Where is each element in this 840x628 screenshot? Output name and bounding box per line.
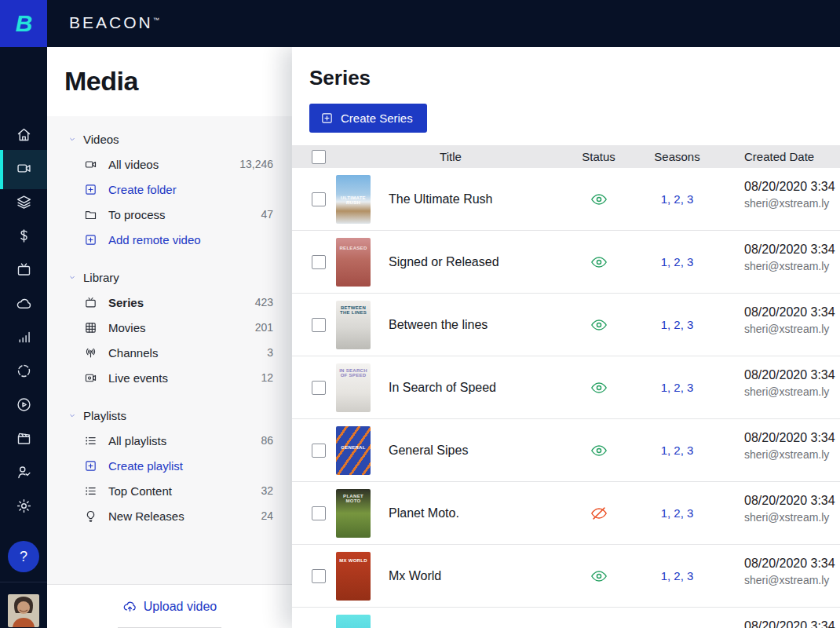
series-title-cell[interactable]: Planet Moto. xyxy=(389,506,565,520)
series-thumbnail[interactable]: ULTIMATE RUSH xyxy=(336,175,371,224)
section-header-library[interactable]: Library xyxy=(47,265,292,290)
sidebar-item-new-releases[interactable]: New Releases24 xyxy=(47,503,292,528)
sidebar-item-live-events[interactable]: Live events12 xyxy=(47,365,292,390)
series-thumbnail[interactable]: MX WORLD xyxy=(336,552,371,601)
bulb-icon xyxy=(84,509,97,523)
sidebar-item-series[interactable]: Series423 xyxy=(47,290,292,315)
creator-email: sheri@xstream.ly xyxy=(744,323,840,335)
section-label: Videos xyxy=(83,133,119,146)
series-thumbnail[interactable]: PLANET MOTO xyxy=(336,489,371,538)
seasons-links[interactable]: 1, 2, 3 xyxy=(632,255,722,268)
thumbnail-caption: MX WORLD xyxy=(336,552,371,564)
column-header-title: Title xyxy=(336,150,565,163)
series-title-cell[interactable]: General Sipes xyxy=(389,444,565,458)
series-title: Series xyxy=(309,66,840,90)
nav-section-library: LibrarySeries423Movies201Channels3Live e… xyxy=(47,265,292,390)
cloud-icon xyxy=(16,295,32,315)
upload-video-button[interactable]: Upload video xyxy=(122,599,217,614)
series-title-cell[interactable]: Signed or Released xyxy=(389,255,565,269)
chevron-down-icon xyxy=(69,272,79,283)
seasons-links[interactable]: 1, 2, 3 xyxy=(632,192,722,206)
plus-square-icon xyxy=(320,111,334,125)
seasons-links[interactable]: 1, 2, 3 xyxy=(632,569,722,582)
table-row: IN SEARCH OF SPEEDIn Search of Speed1, 2… xyxy=(292,356,840,419)
series-thumbnail[interactable]: BETWEEN THE LINES xyxy=(336,301,371,349)
nav-section-playlists: PlaylistsAll playlists86Create playlistT… xyxy=(47,403,292,528)
created-date-cell: 08/20/2020 3:34sheri@xstream.ly xyxy=(722,168,840,210)
table-row: MX WORLDMx World1, 2, 308/20/2020 3:34sh… xyxy=(292,545,840,608)
beacon-logo[interactable]: B xyxy=(0,0,47,47)
series-title-cell[interactable]: In Search of Speed xyxy=(389,381,565,395)
broadcast-icon xyxy=(84,346,97,360)
tv-icon xyxy=(84,296,97,309)
table-row: 08/20/2020 3:34 xyxy=(292,608,840,628)
series-thumbnail[interactable]: GENERAL xyxy=(336,426,371,475)
row-checkbox[interactable] xyxy=(312,444,326,458)
media-panel: Media VideosAll videos13,246Create folde… xyxy=(47,47,292,628)
series-thumbnail[interactable] xyxy=(336,615,371,628)
sidebar-item-count: 86 xyxy=(261,434,273,447)
nav-section-videos: VideosAll videos13,246Create folderTo pr… xyxy=(47,126,292,252)
series-title-cell[interactable]: Mx World xyxy=(389,569,565,583)
user-check-icon xyxy=(16,464,32,484)
rail-item-settings[interactable] xyxy=(0,487,47,527)
sidebar-item-count: 47 xyxy=(261,208,273,221)
status-cell xyxy=(565,568,632,585)
film-icon xyxy=(84,321,97,334)
thumbnail-caption: PLANET MOTO xyxy=(336,489,371,505)
created-date-cell: 08/20/2020 3:34sheri@xstream.ly xyxy=(722,356,840,398)
seasons-links[interactable]: 1, 2, 3 xyxy=(632,318,722,331)
select-all-checkbox[interactable] xyxy=(312,150,326,164)
seasons-links[interactable]: 1, 2, 3 xyxy=(632,381,722,394)
tv-icon xyxy=(16,261,32,281)
user-avatar[interactable] xyxy=(8,594,39,627)
video-camera-icon xyxy=(84,158,97,171)
eye-off-icon xyxy=(590,505,608,522)
series-thumbnail[interactable]: RELEASED xyxy=(336,238,371,287)
create-series-button[interactable]: Create Series xyxy=(309,104,427,133)
sidebar-item-label: All playlists xyxy=(108,434,261,447)
gear-icon xyxy=(16,498,32,517)
row-checkbox[interactable] xyxy=(312,255,326,269)
help-button[interactable]: ? xyxy=(8,541,39,572)
series-title-cell[interactable]: Between the lines xyxy=(389,318,565,332)
status-cell xyxy=(565,191,632,208)
sidebar-item-create-folder[interactable]: Create folder xyxy=(47,177,292,202)
thumbnail-caption: GENERAL xyxy=(336,426,371,451)
sidebar-item-all-videos[interactable]: All videos13,246 xyxy=(47,152,292,177)
sidebar-item-create-playlist[interactable]: Create playlist xyxy=(47,453,292,478)
list-icon xyxy=(84,434,97,447)
seasons-links[interactable]: 1, 2, 3 xyxy=(632,506,722,520)
row-checkbox[interactable] xyxy=(312,192,326,206)
eye-icon xyxy=(590,191,608,208)
sidebar-item-all-playlists[interactable]: All playlists86 xyxy=(47,428,292,453)
created-date-cell: 08/20/2020 3:34sheri@xstream.ly xyxy=(722,294,840,335)
series-thumbnail[interactable]: IN SEARCH OF SPEED xyxy=(336,363,371,412)
section-header-videos[interactable]: Videos xyxy=(47,126,292,152)
created-date: 08/20/2020 3:34 xyxy=(744,557,840,571)
sidebar-item-movies[interactable]: Movies201 xyxy=(47,315,292,340)
section-header-playlists[interactable]: Playlists xyxy=(47,403,292,428)
seasons-links[interactable]: 1, 2, 3 xyxy=(632,444,722,457)
sidebar-item-label: To process xyxy=(108,208,261,221)
row-checkbox[interactable] xyxy=(312,318,326,332)
created-date: 08/20/2020 3:34 xyxy=(744,368,840,382)
row-checkbox[interactable] xyxy=(312,506,326,520)
sidebar-item-channels[interactable]: Channels3 xyxy=(47,340,292,365)
sidebar-item-top-content[interactable]: Top Content32 xyxy=(47,478,292,503)
icon-rail: ? xyxy=(0,47,47,628)
rail-divider xyxy=(0,582,47,582)
series-title-cell[interactable]: The Ultimate Rush xyxy=(389,192,565,206)
list-icon xyxy=(84,484,97,498)
row-checkbox[interactable] xyxy=(312,569,326,583)
chevron-down-icon xyxy=(69,134,79,144)
plus-square-icon xyxy=(84,459,97,473)
sidebar-item-to-process[interactable]: To process47 xyxy=(47,202,292,227)
sidebar-item-add-remote-video[interactable]: Add remote video xyxy=(47,227,292,252)
chevron-down-icon xyxy=(69,411,79,421)
sidebar-item-count: 24 xyxy=(261,509,273,522)
cloud-upload-icon xyxy=(122,599,137,614)
row-checkbox[interactable] xyxy=(312,381,326,395)
created-date: 08/20/2020 3:34 xyxy=(744,305,840,319)
eye-icon xyxy=(590,568,608,585)
